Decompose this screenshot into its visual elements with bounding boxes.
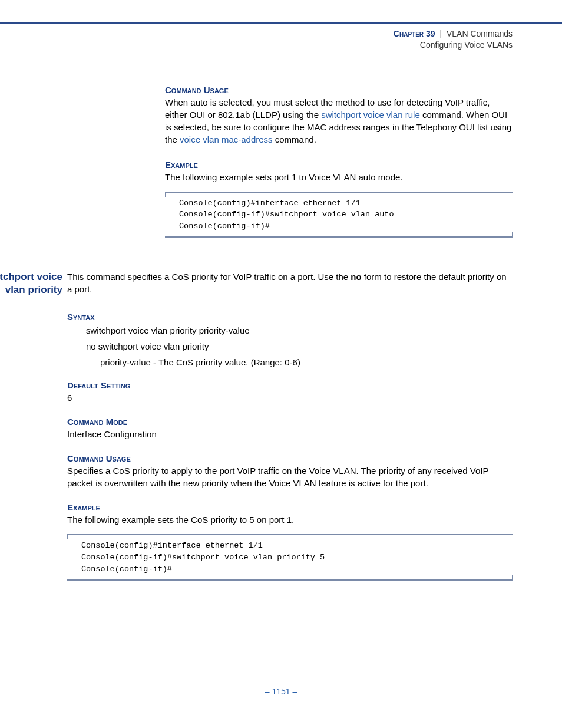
example-text-2: The following example sets the CoS prior… — [67, 513, 513, 526]
command-description: This command specifies a CoS priority fo… — [67, 271, 513, 295]
syntax-param: priority-value - The CoS priority value.… — [100, 357, 513, 367]
code-block-example-2: Console(config)#interface ethernet 1/1 C… — [67, 534, 513, 581]
link-switchport-voice-vlan-rule[interactable]: switchport voice vlan rule — [321, 110, 420, 120]
section-heading-syntax: Syntax — [67, 312, 513, 322]
command-usage-text-2: Specifies a CoS priority to apply to the… — [67, 465, 513, 489]
section-heading-default-setting: Default Setting — [67, 380, 513, 390]
default-setting-value: 6 — [67, 391, 513, 404]
section-heading-command-usage: Command Usage — [165, 85, 513, 95]
command-usage-text: When auto is selected, you must select t… — [165, 96, 513, 146]
link-voice-vlan-mac-address[interactable]: voice vlan mac-address — [180, 134, 273, 144]
section-heading-command-mode: Command Mode — [67, 417, 513, 427]
code-block-example-1: Console(config)#interface ethernet 1/1 C… — [165, 192, 513, 238]
syntax-line-1: switchport voice vlan priority priority-… — [86, 325, 513, 335]
header-title: VLAN Commands — [447, 29, 513, 38]
page-content: Command Usage When auto is selected, you… — [67, 85, 513, 581]
section-heading-example-2: Example — [67, 502, 513, 512]
command-mode-value: Interface Configuration — [67, 428, 513, 440]
header-separator: | — [439, 29, 442, 38]
command-name-label: switchport voice vlan priority — [0, 271, 67, 296]
page-number: – 1151 – — [0, 687, 562, 714]
syntax-line-2: no switchport voice vlan priority — [86, 341, 513, 351]
section-heading-command-usage-2: Command Usage — [67, 453, 513, 463]
header-subtitle: Configuring Voice VLANs — [0, 39, 513, 51]
example-text: The following example sets port 1 to Voi… — [165, 171, 513, 183]
section-heading-example: Example — [165, 160, 513, 170]
header-chapter: Chapter 39 — [394, 29, 435, 38]
command-section: switchport voice vlan priority This comm… — [67, 271, 513, 581]
page-header: Chapter 39 | VLAN Commands Configuring V… — [0, 24, 562, 51]
